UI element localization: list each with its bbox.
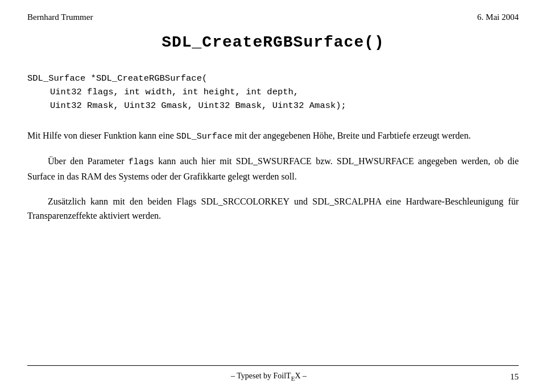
code-line-2: Uint32 flags, int width, int height, int… [50, 85, 519, 99]
code-line-3: Uint32 Rmask, Uint32 Gmask, Uint32 Bmask… [50, 99, 519, 112]
page-header: Bernhard Trummer 6. Mai 2004 [0, 0, 546, 22]
footer-tex-x: X – [295, 372, 307, 380]
code-block: SDL_Surface *SDL_CreateRGBSurface( Uint3… [27, 72, 519, 112]
author-name: Bernhard Trummer [27, 12, 93, 22]
page-footer: – Typeset by FoilTEX – 15 [0, 372, 546, 382]
para2-code: flags [129, 157, 154, 167]
para1-text-end: mit der angegebenen Höhe, Breite und Far… [233, 131, 471, 140]
footer-divider [27, 365, 519, 366]
main-content: SDL_CreateRGBSurface() SDL_Surface *SDL_… [0, 34, 546, 223]
paragraph-1: Mit Hilfe von dieser Funktion kann eine … [27, 128, 519, 144]
footer-typeset: – Typeset by FoilTEX – [27, 372, 510, 382]
para1-code: SDL_Surface [176, 132, 233, 141]
paragraph-2: Über den Parameter flags kann auch hier … [27, 154, 519, 184]
paragraph-3: Zusätzlich kann mit den beiden Flags SDL… [27, 194, 519, 223]
code-line-1: SDL_Surface *SDL_CreateRGBSurface( [27, 72, 519, 85]
header-date: 6. Mai 2004 [477, 12, 519, 22]
page-title: SDL_CreateRGBSurface() [27, 34, 519, 51]
page-number: 15 [510, 372, 519, 382]
para2-text-start: Über den Parameter [48, 156, 129, 166]
footer-dash-left: – Typeset by FoilT [231, 372, 291, 380]
para1-text-start: Mit Hilfe von dieser Funktion kann eine [27, 131, 176, 140]
